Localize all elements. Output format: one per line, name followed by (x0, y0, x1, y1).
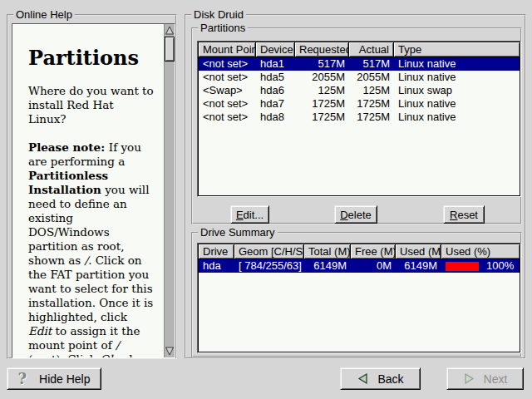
cell-actual: 517M (349, 57, 394, 71)
column-header-requested[interactable]: Requested (295, 42, 349, 57)
cell-mount-point: <not set> (199, 97, 256, 111)
column-header-actual[interactable]: Actual (349, 42, 394, 57)
cell-device: hda8 (256, 111, 295, 124)
back-button[interactable]: Back (340, 367, 421, 390)
cell-total: 6149M (304, 259, 351, 273)
partitions-frame-label: Partitions (198, 22, 248, 34)
online-help-frame-label: Online Help (13, 8, 75, 21)
column-header-geom[interactable]: Geom [C/H/S] (234, 244, 304, 259)
partition-row[interactable]: <not set> hda8 1725M 1725M Linux native (199, 111, 520, 124)
cell-used-m: 6149M (396, 259, 441, 273)
cell-device: hda7 (256, 97, 295, 111)
scroll-down-arrow-icon[interactable] (165, 346, 175, 357)
help-paragraph: Where do you want to install Red Hat Lin… (28, 84, 154, 126)
help-content: Partitions Where do you want to install … (12, 24, 164, 357)
cell-mount-point: <Swap> (199, 84, 256, 97)
back-arrow-icon (357, 372, 369, 385)
hide-help-button[interactable]: ? Hide Help (7, 367, 101, 390)
cell-actual: 2055M (349, 71, 394, 84)
cell-requested: 125M (295, 84, 349, 97)
partition-row[interactable]: <not set> hda1 517M 517M Linux native (199, 57, 520, 71)
partitions-table-header: Mount Point Device Requested Actual Type (199, 42, 520, 57)
cell-type: Linux native (394, 71, 520, 84)
column-header-used-pct[interactable]: Used (%) (441, 244, 520, 259)
next-label: Next (484, 372, 508, 386)
cell-type: Linux native (394, 97, 520, 111)
drive-summary-frame-label: Drive Summary (198, 226, 278, 239)
reset-button[interactable]: Reset (443, 205, 485, 224)
delete-button[interactable]: Delete (334, 205, 377, 224)
column-header-used-m[interactable]: Used (M) (396, 244, 441, 259)
cell-type: Linux native (394, 57, 520, 71)
partition-row[interactable]: <not set> hda5 2055M 2055M Linux native (199, 71, 520, 84)
used-percentage-bar (446, 262, 479, 271)
partitions-table: Mount Point Device Requested Actual Type… (197, 41, 521, 197)
back-label: Back (377, 372, 403, 386)
help-viewport: Partitions Where do you want to install … (12, 23, 175, 358)
column-header-mount-point[interactable]: Mount Point (199, 42, 256, 57)
used-percentage-label: 100% (479, 259, 514, 273)
disk-druid-frame-label: Disk Druid (191, 8, 246, 21)
cell-actual: 1725M (349, 111, 394, 124)
drive-summary-table: Drive Geom [C/H/S] Total (M) Free (M) Us… (197, 243, 521, 353)
column-header-type[interactable]: Type (394, 42, 520, 57)
partitions-section: Partitions Mount Point Device Requested … (191, 27, 522, 224)
cell-requested: 2055M (295, 71, 349, 84)
online-help-panel: Online Help Partitions Where do you want… (7, 14, 177, 359)
partition-row[interactable]: <not set> hda7 1725M 1725M Linux native (199, 97, 520, 111)
cell-type: Linux native (394, 111, 520, 124)
cell-device: hda6 (256, 84, 295, 97)
cell-requested: 517M (295, 57, 349, 71)
column-header-drive[interactable]: Drive (199, 244, 234, 259)
column-header-device[interactable]: Device (256, 42, 295, 57)
column-header-free[interactable]: Free (M) (351, 244, 396, 259)
column-header-total[interactable]: Total (M) (304, 244, 351, 259)
help-paragraph: Please note: If you are performing a Par… (28, 140, 154, 357)
cell-actual: 125M (349, 84, 394, 97)
question-mark-icon: ? (17, 370, 27, 387)
cell-used-pct: 100% (441, 259, 520, 273)
installer-window: { "colors": { "window_bg": "#d6d6d6", "p… (0, 0, 532, 399)
partition-row[interactable]: <Swap> hda6 125M 125M Linux swap (199, 84, 520, 97)
hide-help-label: Hide Help (39, 372, 90, 386)
cell-requested: 1725M (295, 97, 349, 111)
help-scrollbar[interactable] (164, 24, 175, 357)
drive-row[interactable]: hda [ 784/255/63] 6149M 0M 6149M 100% (199, 259, 520, 273)
disk-druid-panel: Disk Druid Partitions Mount Point Device… (185, 14, 526, 359)
cell-drive: hda (199, 259, 234, 273)
cell-actual: 1725M (349, 97, 394, 111)
next-arrow-icon (463, 372, 475, 385)
next-button[interactable]: Next (446, 367, 524, 390)
drive-summary-table-header: Drive Geom [C/H/S] Total (M) Free (M) Us… (199, 244, 520, 259)
help-title: Partitions (28, 47, 154, 69)
cell-free: 0M (351, 259, 396, 273)
cell-requested: 1725M (295, 111, 349, 124)
cell-mount-point: <not set> (199, 57, 256, 71)
edit-button[interactable]: Edit... (230, 205, 269, 224)
cell-mount-point: <not set> (199, 111, 256, 124)
cell-mount-point: <not set> (199, 71, 256, 84)
cell-device: hda5 (256, 71, 295, 84)
cell-type: Linux swap (394, 84, 520, 97)
cell-device: hda1 (256, 57, 295, 71)
drive-summary-section: Drive Summary Drive Geom [C/H/S] Total (… (191, 232, 522, 357)
scrollbar-thumb[interactable] (165, 37, 175, 62)
cell-geom: [ 784/255/63] (234, 259, 304, 273)
scroll-up-arrow-icon[interactable] (165, 25, 175, 36)
